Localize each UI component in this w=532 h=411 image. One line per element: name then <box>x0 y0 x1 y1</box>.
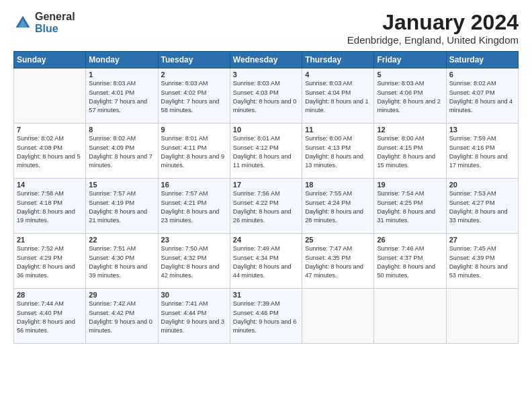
header: General Blue January 2024 Edenbridge, En… <box>13 11 519 46</box>
calendar-cell: 27Sunrise: 7:45 AMSunset: 4:39 PMDayligh… <box>446 234 518 289</box>
day-detail: Sunrise: 7:55 AMSunset: 4:24 PMDaylight:… <box>305 189 371 225</box>
day-number: 2 <box>161 71 227 79</box>
logo-general-text: General <box>35 11 75 23</box>
day-number: 12 <box>377 126 443 134</box>
calendar-cell <box>446 289 518 344</box>
logo-icon <box>13 13 32 32</box>
day-detail: Sunrise: 7:46 AMSunset: 4:37 PMDaylight:… <box>377 244 443 280</box>
calendar-cell: 20Sunrise: 7:53 AMSunset: 4:27 PMDayligh… <box>446 179 518 234</box>
day-detail: Sunrise: 8:02 AMSunset: 4:07 PMDaylight:… <box>449 79 515 115</box>
calendar-cell: 18Sunrise: 7:55 AMSunset: 4:24 PMDayligh… <box>302 179 374 234</box>
day-detail: Sunrise: 8:03 AMSunset: 4:03 PMDaylight:… <box>233 79 299 115</box>
page: General Blue January 2024 Edenbridge, En… <box>0 0 532 411</box>
calendar-cell: 14Sunrise: 7:58 AMSunset: 4:18 PMDayligh… <box>14 179 86 234</box>
calendar-cell: 8Sunrise: 8:02 AMSunset: 4:09 PMDaylight… <box>86 124 158 179</box>
header-sunday: Sunday <box>14 52 86 68</box>
day-number: 3 <box>233 71 299 79</box>
title-block: January 2024 Edenbridge, England, United… <box>347 11 519 46</box>
day-detail: Sunrise: 8:03 AMSunset: 4:01 PMDaylight:… <box>89 79 154 115</box>
day-detail: Sunrise: 8:00 AMSunset: 4:15 PMDaylight:… <box>377 134 443 170</box>
calendar-week-4: 21Sunrise: 7:52 AMSunset: 4:29 PMDayligh… <box>14 234 519 289</box>
calendar-cell: 17Sunrise: 7:56 AMSunset: 4:22 PMDayligh… <box>230 179 302 234</box>
header-thursday: Thursday <box>302 52 374 68</box>
day-number: 13 <box>449 126 515 134</box>
calendar-cell: 29Sunrise: 7:42 AMSunset: 4:42 PMDayligh… <box>86 289 158 344</box>
calendar-cell: 23Sunrise: 7:50 AMSunset: 4:32 PMDayligh… <box>158 234 230 289</box>
calendar-cell: 10Sunrise: 8:01 AMSunset: 4:12 PMDayligh… <box>230 124 302 179</box>
day-number: 10 <box>233 126 299 134</box>
calendar-cell: 25Sunrise: 7:47 AMSunset: 4:35 PMDayligh… <box>302 234 374 289</box>
calendar-cell: 6Sunrise: 8:02 AMSunset: 4:07 PMDaylight… <box>446 68 518 124</box>
header-tuesday: Tuesday <box>158 52 230 68</box>
calendar-table: Sunday Monday Tuesday Wednesday Thursday… <box>13 51 519 344</box>
day-number: 8 <box>89 126 154 134</box>
day-detail: Sunrise: 7:47 AMSunset: 4:35 PMDaylight:… <box>305 244 371 280</box>
calendar-week-2: 7Sunrise: 8:02 AMSunset: 4:08 PMDaylight… <box>14 124 519 179</box>
calendar-cell: 2Sunrise: 8:03 AMSunset: 4:02 PMDaylight… <box>158 68 230 124</box>
day-number: 16 <box>161 181 227 189</box>
day-detail: Sunrise: 7:39 AMSunset: 4:46 PMDaylight:… <box>233 300 299 335</box>
calendar-cell: 3Sunrise: 8:03 AMSunset: 4:03 PMDaylight… <box>230 68 302 124</box>
day-number: 17 <box>233 181 299 189</box>
day-number: 20 <box>449 181 515 189</box>
calendar-cell: 22Sunrise: 7:51 AMSunset: 4:30 PMDayligh… <box>86 234 158 289</box>
day-detail: Sunrise: 7:56 AMSunset: 4:22 PMDaylight:… <box>233 189 299 225</box>
day-number: 31 <box>233 291 299 299</box>
month-title: January 2024 <box>347 11 519 34</box>
calendar-cell: 5Sunrise: 8:03 AMSunset: 4:06 PMDaylight… <box>374 68 446 124</box>
day-number: 21 <box>17 236 83 244</box>
header-friday: Friday <box>374 52 446 68</box>
calendar-week-1: 1Sunrise: 8:03 AMSunset: 4:01 PMDaylight… <box>14 68 519 124</box>
day-number: 28 <box>17 291 83 299</box>
day-number: 22 <box>89 236 154 244</box>
calendar-cell <box>302 289 374 344</box>
day-detail: Sunrise: 7:53 AMSunset: 4:27 PMDaylight:… <box>449 189 515 225</box>
day-number: 11 <box>305 126 371 134</box>
day-number: 25 <box>305 236 371 244</box>
header-wednesday: Wednesday <box>230 52 302 68</box>
day-detail: Sunrise: 7:58 AMSunset: 4:18 PMDaylight:… <box>17 189 83 225</box>
day-number: 4 <box>305 71 371 79</box>
day-detail: Sunrise: 8:03 AMSunset: 4:04 PMDaylight:… <box>305 79 371 115</box>
day-detail: Sunrise: 8:03 AMSunset: 4:06 PMDaylight:… <box>377 79 443 115</box>
day-detail: Sunrise: 7:54 AMSunset: 4:25 PMDaylight:… <box>377 189 443 225</box>
day-detail: Sunrise: 7:52 AMSunset: 4:29 PMDaylight:… <box>17 244 83 280</box>
day-number: 14 <box>17 181 83 189</box>
calendar-cell: 1Sunrise: 8:03 AMSunset: 4:01 PMDaylight… <box>86 68 158 124</box>
calendar-week-5: 28Sunrise: 7:44 AMSunset: 4:40 PMDayligh… <box>14 289 519 344</box>
calendar-cell: 21Sunrise: 7:52 AMSunset: 4:29 PMDayligh… <box>14 234 86 289</box>
calendar-cell: 7Sunrise: 8:02 AMSunset: 4:08 PMDaylight… <box>14 124 86 179</box>
day-detail: Sunrise: 7:44 AMSunset: 4:40 PMDaylight:… <box>17 300 83 335</box>
day-detail: Sunrise: 8:01 AMSunset: 4:11 PMDaylight:… <box>161 134 227 170</box>
calendar-cell: 11Sunrise: 8:00 AMSunset: 4:13 PMDayligh… <box>302 124 374 179</box>
calendar-cell <box>14 68 86 124</box>
calendar-cell: 15Sunrise: 7:57 AMSunset: 4:19 PMDayligh… <box>86 179 158 234</box>
calendar-cell <box>374 289 446 344</box>
calendar-header-row: Sunday Monday Tuesday Wednesday Thursday… <box>14 52 519 68</box>
calendar-cell: 16Sunrise: 7:57 AMSunset: 4:21 PMDayligh… <box>158 179 230 234</box>
day-number: 6 <box>449 71 515 79</box>
calendar-week-3: 14Sunrise: 7:58 AMSunset: 4:18 PMDayligh… <box>14 179 519 234</box>
day-number: 23 <box>161 236 227 244</box>
logo-blue-text: Blue <box>35 23 75 35</box>
day-detail: Sunrise: 7:45 AMSunset: 4:39 PMDaylight:… <box>449 244 515 280</box>
day-number: 26 <box>377 236 443 244</box>
day-number: 24 <box>233 236 299 244</box>
header-saturday: Saturday <box>446 52 518 68</box>
day-detail: Sunrise: 8:03 AMSunset: 4:02 PMDaylight:… <box>161 79 227 115</box>
day-number: 18 <box>305 181 371 189</box>
calendar-cell: 31Sunrise: 7:39 AMSunset: 4:46 PMDayligh… <box>230 289 302 344</box>
day-number: 9 <box>161 126 227 134</box>
day-number: 19 <box>377 181 443 189</box>
calendar-cell: 9Sunrise: 8:01 AMSunset: 4:11 PMDaylight… <box>158 124 230 179</box>
day-number: 1 <box>89 71 154 79</box>
day-number: 7 <box>17 126 83 134</box>
day-detail: Sunrise: 8:02 AMSunset: 4:08 PMDaylight:… <box>17 134 83 170</box>
day-number: 27 <box>449 236 515 244</box>
day-detail: Sunrise: 7:51 AMSunset: 4:30 PMDaylight:… <box>89 244 154 280</box>
logo: General Blue <box>13 11 75 34</box>
day-detail: Sunrise: 8:01 AMSunset: 4:12 PMDaylight:… <box>233 134 299 170</box>
calendar-cell: 19Sunrise: 7:54 AMSunset: 4:25 PMDayligh… <box>374 179 446 234</box>
day-detail: Sunrise: 7:50 AMSunset: 4:32 PMDaylight:… <box>161 244 227 280</box>
day-detail: Sunrise: 7:42 AMSunset: 4:42 PMDaylight:… <box>89 300 154 335</box>
